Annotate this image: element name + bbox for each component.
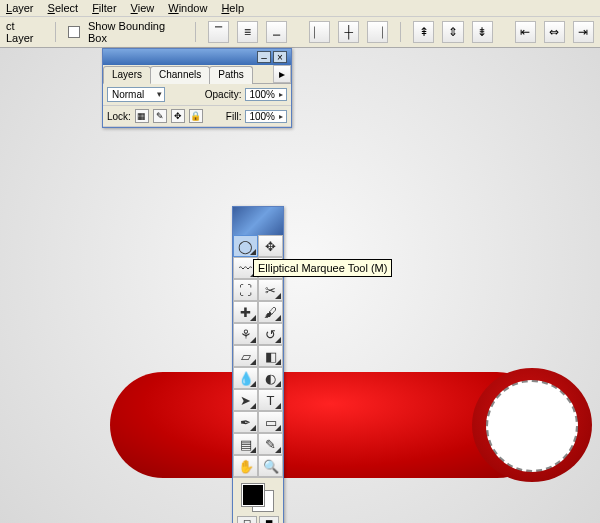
- brush-tool-icon[interactable]: 🖌: [258, 301, 283, 323]
- panel-titlebar[interactable]: – ×: [103, 49, 291, 65]
- quickmask-standard-icon[interactable]: ◻: [237, 516, 257, 523]
- opacity-field[interactable]: 100%▸: [245, 88, 287, 101]
- panel-menu-icon[interactable]: ▸: [273, 65, 291, 83]
- notes-tool-icon[interactable]: ▤: [233, 433, 258, 455]
- dodge-tool-icon[interactable]: ◐: [258, 367, 283, 389]
- move-tool-icon[interactable]: ✥: [258, 235, 283, 257]
- shape-tool-icon[interactable]: ▭: [258, 411, 283, 433]
- separator: [195, 22, 196, 42]
- align-right-icon[interactable]: ⎹: [367, 21, 388, 43]
- menu-layer[interactable]: Layer: [6, 2, 34, 14]
- align-hcenter-icon[interactable]: ┼: [338, 21, 359, 43]
- healing-brush-tool-icon[interactable]: ✚: [233, 301, 258, 323]
- panel-close-icon[interactable]: ×: [273, 51, 287, 63]
- menu-help[interactable]: Help: [221, 2, 244, 14]
- tab-layers[interactable]: Layers: [103, 66, 151, 84]
- blur-tool-icon[interactable]: 💧: [233, 367, 258, 389]
- separator: [55, 22, 56, 42]
- lock-pixels-icon[interactable]: ✎: [153, 109, 167, 123]
- align-top-icon[interactable]: ⎺: [208, 21, 229, 43]
- marquee-selection[interactable]: [486, 380, 578, 472]
- toolbox: ◯ ✥ 〰 ✨ ⛶ ✂ ✚ 🖌 ⚘ ↺ ▱ ◧ 💧 ◐ ➤ T ✒ ▭ ▤ ✎ …: [232, 206, 284, 523]
- tab-channels[interactable]: Channels: [150, 66, 210, 84]
- marquee-tool-icon[interactable]: ◯: [233, 235, 258, 257]
- show-bounding-box-label: Show Bounding Box: [88, 20, 183, 44]
- tool-tooltip: Elliptical Marquee Tool (M): [253, 259, 392, 277]
- hand-tool-icon[interactable]: ✋: [233, 455, 258, 477]
- menu-view[interactable]: View: [131, 2, 155, 14]
- fill-field[interactable]: 100%▸: [245, 110, 287, 123]
- distribute-right-icon[interactable]: ⇥: [573, 21, 594, 43]
- path-select-tool-icon[interactable]: ➤: [233, 389, 258, 411]
- tab-paths[interactable]: Paths: [209, 66, 253, 84]
- show-bounding-box-checkbox[interactable]: [68, 26, 80, 38]
- distribute-bottom-icon[interactable]: ⇟: [472, 21, 493, 43]
- distribute-top-icon[interactable]: ⇞: [413, 21, 434, 43]
- crop-tool-icon[interactable]: ⛶: [233, 279, 258, 301]
- menu-bar: Layer Select Filter View Window Help: [0, 0, 600, 17]
- separator: [400, 22, 401, 42]
- eraser-tool-icon[interactable]: ▱: [233, 345, 258, 367]
- history-brush-tool-icon[interactable]: ↺: [258, 323, 283, 345]
- distribute-hcenter-icon[interactable]: ⇔: [544, 21, 565, 43]
- panel-minimize-icon[interactable]: –: [257, 51, 271, 63]
- slice-tool-icon[interactable]: ✂: [258, 279, 283, 301]
- align-left-icon[interactable]: ⎸: [309, 21, 330, 43]
- zoom-tool-icon[interactable]: 🔍: [258, 455, 283, 477]
- pen-tool-icon[interactable]: ✒: [233, 411, 258, 433]
- menu-window[interactable]: Window: [168, 2, 207, 14]
- color-swatches: ◻ ◼ ▭ ▯ ▮: [233, 477, 283, 523]
- lock-label: Lock:: [107, 111, 131, 122]
- panel-tabs: Layers Channels Paths ▸: [103, 65, 291, 84]
- align-bottom-icon[interactable]: ⎽: [266, 21, 287, 43]
- menu-filter[interactable]: Filter: [92, 2, 116, 14]
- quickmask-mask-icon[interactable]: ◼: [259, 516, 279, 523]
- lock-position-icon[interactable]: ✥: [171, 109, 185, 123]
- opacity-label: Opacity:: [205, 89, 242, 100]
- lock-transparency-icon[interactable]: ▦: [135, 109, 149, 123]
- toolbox-header[interactable]: [233, 207, 283, 235]
- foreground-color-swatch[interactable]: [242, 484, 264, 506]
- align-vmiddle-icon[interactable]: ≡: [237, 21, 258, 43]
- eyedropper-tool-icon[interactable]: ✎: [258, 433, 283, 455]
- blend-mode-select[interactable]: Normal: [107, 87, 165, 102]
- layers-panel: – × Layers Channels Paths ▸ Normal Opaci…: [102, 48, 292, 128]
- menu-select[interactable]: Select: [48, 2, 79, 14]
- gradient-tool-icon[interactable]: ◧: [258, 345, 283, 367]
- stamp-tool-icon[interactable]: ⚘: [233, 323, 258, 345]
- distribute-left-icon[interactable]: ⇤: [515, 21, 536, 43]
- distribute-vcenter-icon[interactable]: ⇕: [442, 21, 463, 43]
- fill-label: Fill:: [226, 111, 242, 122]
- canvas[interactable]: [0, 48, 600, 523]
- options-left-label: ct Layer: [6, 20, 43, 44]
- lock-all-icon[interactable]: 🔒: [189, 109, 203, 123]
- type-tool-icon[interactable]: T: [258, 389, 283, 411]
- options-bar: ct Layer Show Bounding Box ⎺ ≡ ⎽ ⎸ ┼ ⎹ ⇞…: [0, 17, 600, 48]
